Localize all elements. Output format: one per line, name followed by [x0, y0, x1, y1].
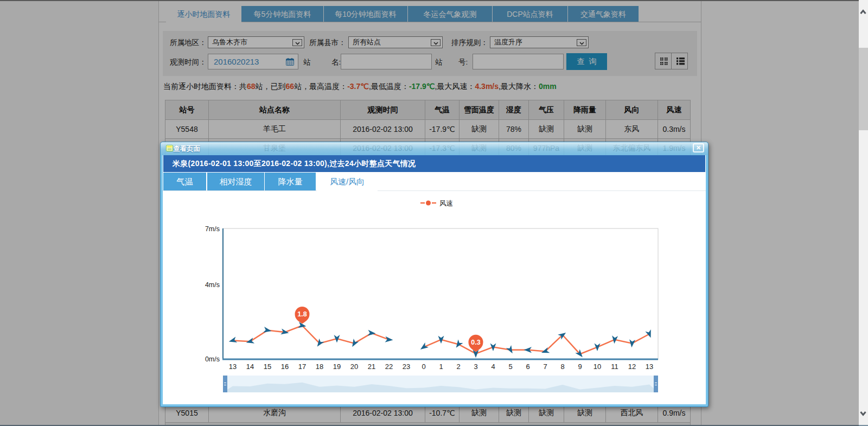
svg-text:0m/s: 0m/s — [205, 355, 220, 363]
svg-text:1.8: 1.8 — [297, 310, 307, 318]
svg-text:22: 22 — [385, 363, 393, 371]
svg-text:14: 14 — [246, 363, 254, 371]
svg-text:16: 16 — [281, 363, 289, 371]
svg-text:0.3: 0.3 — [471, 339, 480, 346]
svg-text:10: 10 — [593, 363, 601, 371]
svg-text:21: 21 — [368, 363, 375, 371]
svg-text:7: 7 — [543, 363, 547, 371]
svg-text:1: 1 — [439, 363, 443, 371]
svg-text:风速: 风速 — [439, 200, 453, 207]
svg-text:11: 11 — [611, 363, 618, 371]
svg-text:6: 6 — [526, 363, 529, 371]
svg-text:8: 8 — [560, 363, 564, 371]
svg-text:9: 9 — [578, 363, 582, 371]
svg-text:23: 23 — [403, 363, 410, 371]
svg-text:12: 12 — [628, 363, 636, 371]
svg-text:20: 20 — [350, 363, 358, 371]
svg-text:4m/s: 4m/s — [205, 281, 220, 289]
svg-text:0: 0 — [422, 363, 425, 371]
svg-text:7m/s: 7m/s — [205, 225, 220, 233]
svg-text:4: 4 — [491, 363, 495, 371]
svg-text:3: 3 — [474, 363, 477, 371]
svg-text:17: 17 — [298, 363, 306, 371]
svg-text:2: 2 — [456, 363, 460, 371]
svg-text:13: 13 — [229, 363, 237, 371]
svg-text:5: 5 — [508, 363, 512, 371]
svg-text:13: 13 — [646, 363, 653, 371]
svg-text:19: 19 — [333, 363, 341, 371]
svg-text:15: 15 — [264, 363, 271, 371]
svg-text:18: 18 — [316, 363, 323, 371]
